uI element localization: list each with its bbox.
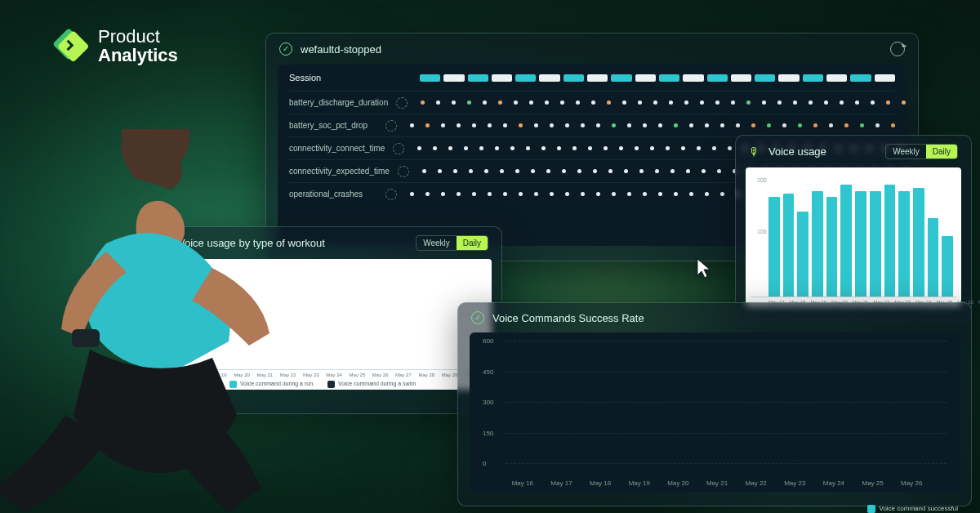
brand-text: Product Analytics <box>98 27 178 65</box>
workout-header: Voice usage by type of workout Weekly Da… <box>144 227 501 259</box>
gear-icon[interactable] <box>385 120 397 132</box>
toggle-weekly[interactable]: Weekly <box>886 145 926 158</box>
check-icon <box>471 311 484 324</box>
brand-logo: Product Analytics <box>49 25 178 67</box>
mic-icon: 🎙 <box>749 145 760 158</box>
metric-label: connectivity_connect_time <box>289 144 385 153</box>
ytick: 100 <box>757 229 767 234</box>
metric-row: battery_soc_pct_drop <box>289 114 895 136</box>
gear-icon[interactable] <box>398 166 409 177</box>
metric-label: operational_crashes <box>289 190 377 199</box>
success-panel: Voice Commands Success Rate 600450300150… <box>457 302 972 506</box>
metric-label: battery_discharge_duration <box>289 98 388 107</box>
workout-title: Voice usage by type of workout <box>178 237 325 249</box>
success-title: Voice Commands Success Rate <box>492 312 644 324</box>
workout-panel: Voice usage by type of workout Weekly Da… <box>143 226 502 414</box>
metric-label: battery_soc_pct_drop <box>289 121 377 130</box>
voice-usage-panel: 🎙 Voice usage Weekly Daily 200 100 May 1… <box>735 135 972 323</box>
session-label: Session <box>289 73 412 83</box>
vusage-toggle[interactable]: Weekly Daily <box>885 144 958 159</box>
success-chart: 6004503001500 May 16May 17May 18May 19Ma… <box>470 332 960 492</box>
success-legend: Voice command successful <box>458 500 971 513</box>
workout-toggle[interactable]: Weekly Daily <box>416 235 488 251</box>
legend-success: Voice command successful <box>880 505 959 512</box>
check-icon <box>157 237 170 250</box>
toggle-daily[interactable]: Daily <box>926 145 957 158</box>
legend-run: Voice command during a run <box>240 381 313 386</box>
check-icon <box>279 42 292 56</box>
metric-label: connectivity_expected_time <box>289 167 390 176</box>
refresh-icon[interactable] <box>890 42 905 56</box>
session-segments <box>420 74 895 82</box>
toggle-weekly[interactable]: Weekly <box>416 236 457 250</box>
legend-swim: Voice command during a swim <box>338 381 416 386</box>
tracker-title: wefaultd-stopped <box>301 43 381 56</box>
gear-icon[interactable] <box>385 189 397 200</box>
session-row: Session <box>289 73 895 83</box>
toggle-daily[interactable]: Daily <box>457 236 488 250</box>
vusage-header: 🎙 Voice usage Weekly Daily <box>736 136 971 167</box>
gear-icon[interactable] <box>396 97 408 109</box>
gear-icon[interactable] <box>393 143 404 154</box>
brand-line2: Analytics <box>98 45 178 65</box>
brand-mark-icon <box>49 25 88 67</box>
workout-chart: May 17May 18May 19May 20May 21May 22May … <box>154 259 492 390</box>
success-header: Voice Commands Success Rate <box>458 303 971 332</box>
workout-legend: Voice command during a run Voice command… <box>160 377 485 388</box>
vusage-chart: 200 100 May 17May 18May 19May 20May 21Ma… <box>746 167 961 306</box>
tracker-header: wefaultd-stopped <box>266 33 918 65</box>
brand-line1: Product <box>98 26 160 47</box>
ytick: 200 <box>757 177 767 183</box>
svg-rect-2 <box>72 329 100 347</box>
vusage-title: Voice usage <box>768 145 826 158</box>
metric-row: battery_discharge_duration <box>289 91 895 114</box>
